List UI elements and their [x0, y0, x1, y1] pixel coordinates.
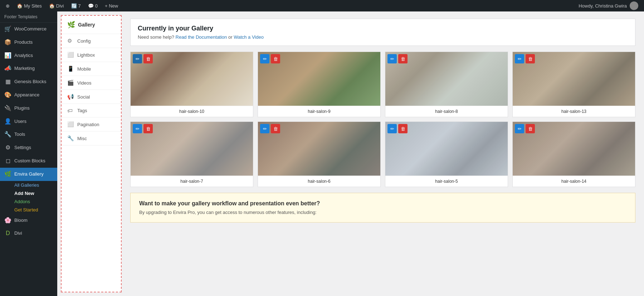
social-icon: 📢 [67, 94, 74, 100]
sidebar-item-tools[interactable]: 🔧 Tools [0, 128, 57, 141]
gallery-item-hair-salon-6: ✏ 🗑 hair-salon-6 [258, 121, 381, 187]
bloom-icon: 🌸 [4, 217, 11, 224]
gallery-sidebar-header: 🌿 Gallery [62, 16, 121, 34]
delete-btn-hair-salon-14[interactable]: 🗑 [526, 124, 535, 133]
sidebar-item-divi[interactable]: D Divi [0, 227, 57, 240]
edit-btn-hair-salon-5[interactable]: ✏ [387, 124, 397, 133]
gallery-nav-misc[interactable]: 🔧 Misc [62, 132, 121, 145]
appearance-icon: 🎨 [4, 91, 11, 99]
delete-btn-hair-salon-6[interactable]: 🗑 [271, 124, 280, 133]
wp-logo[interactable]: ⊕ [3, 0, 13, 11]
edit-btn-hair-salon-10[interactable]: ✏ [133, 54, 142, 63]
sidebar-item-appearance[interactable]: 🎨 Appearance [0, 89, 57, 102]
edit-btn-hair-salon-9[interactable]: ✏ [260, 54, 269, 63]
gallery-image-hair-salon-6: ✏ 🗑 [258, 122, 380, 176]
mobile-icon: 📱 [67, 66, 74, 72]
edit-btn-hair-salon-6[interactable]: ✏ [260, 124, 269, 133]
gallery-item-label-10: hair-salon-10 [131, 106, 253, 117]
delete-btn-hair-salon-10[interactable]: 🗑 [143, 54, 153, 63]
envira-gallery-icon: 🌿 [4, 171, 11, 178]
sidebar-item-genesis-blocks[interactable]: ▦ Genesis Blocks [0, 75, 57, 89]
videos-icon: 🎬 [67, 80, 74, 86]
item-actions-6: ✏ 🗑 [260, 124, 280, 133]
doc-link[interactable]: Read the Documentation [176, 34, 227, 40]
delete-btn-hair-salon-8[interactable]: 🗑 [398, 54, 408, 63]
delete-btn-hair-salon-7[interactable]: 🗑 [143, 124, 153, 133]
divi-btn[interactable]: 🏠 Divi [46, 0, 67, 11]
edit-btn-hair-salon-7[interactable]: ✏ [133, 124, 142, 133]
gallery-item-label-14: hair-salon-14 [513, 176, 635, 187]
custom-blocks-icon: ◻ [4, 157, 11, 165]
howdy-btn[interactable]: Howdy, Christina Gwira [576, 1, 641, 10]
gallery-item-hair-salon-10: ✏ 🗑 hair-salon-10 [130, 52, 253, 117]
gallery-nav-social[interactable]: 📢 Social [62, 90, 121, 104]
plugins-icon: 🔌 [4, 105, 11, 112]
config-icon: ⚙ [67, 38, 74, 44]
gallery-nav-mobile[interactable]: 📱 Mobile [62, 62, 121, 76]
gallery-item-label-5: hair-salon-5 [385, 176, 508, 187]
sidebar-item-woocommerce[interactable]: 🛒 WooCommerce [0, 23, 57, 36]
gallery-sidebar: 🌿 Gallery ⚙ Config ⬜ Lightbox 📱 Mobile 🎬… [61, 15, 122, 292]
genesis-blocks-icon: ▦ [4, 78, 11, 86]
gallery-nav-config[interactable]: ⚙ Config [62, 34, 121, 48]
gallery-nav-videos[interactable]: 🎬 Videos [62, 76, 121, 90]
sidebar-item-custom-blocks[interactable]: ◻ Custom Blocks [0, 154, 57, 168]
edit-btn-hair-salon-13[interactable]: ✏ [515, 54, 524, 63]
sidebar-item-bloom[interactable]: 🌸 Bloom [0, 214, 57, 227]
delete-btn-hair-salon-13[interactable]: 🗑 [526, 54, 535, 63]
sidebar-item-envira-gallery[interactable]: 🌿 Envira Gallery [0, 168, 57, 181]
updates-btn[interactable]: 🔄 7 [68, 0, 84, 11]
gallery-item-label-7: hair-salon-7 [131, 176, 253, 187]
upsell-box: Want to make your gallery workflow and p… [130, 193, 635, 223]
content-header: Currently in your Gallery Need some help… [130, 19, 635, 46]
upsell-title: Want to make your gallery workflow and p… [139, 200, 626, 207]
gallery-item-hair-salon-8: ✏ 🗑 hair-salon-8 [385, 52, 508, 117]
analytics-icon: 📊 [4, 52, 11, 59]
my-sites-btn[interactable]: 🏠 My Sites [14, 0, 45, 11]
pagination-icon: ⬜ [67, 121, 74, 128]
wp-icon: ⊕ [6, 3, 10, 9]
divi-icon: 🏠 [49, 3, 55, 9]
delete-btn-hair-salon-9[interactable]: 🗑 [271, 54, 280, 63]
admin-bar-right: Howdy, Christina Gwira [576, 1, 641, 10]
sidebar-sub-all-galleries[interactable]: All Galleries [0, 181, 57, 189]
gallery-nav-lightbox[interactable]: ⬜ Lightbox [62, 48, 121, 62]
sidebar-sub-get-started[interactable]: Get Started [0, 206, 57, 214]
edit-btn-hair-salon-8[interactable]: ✏ [387, 54, 397, 63]
marketing-icon: 📣 [4, 65, 11, 72]
tools-icon: 🔧 [4, 131, 11, 138]
sidebar-item-analytics[interactable]: 📊 Analytics [0, 49, 57, 62]
comments-btn[interactable]: 💬 0 [85, 0, 101, 11]
gallery-image-hair-salon-13: ✏ 🗑 [513, 52, 635, 106]
products-icon: 📦 [4, 39, 11, 46]
upsell-text: By upgrading to Envira Pro, you can get … [139, 210, 626, 215]
sidebar-item-users[interactable]: 👤 Users [0, 115, 57, 128]
sidebar-header: Footer Templates [0, 11, 57, 23]
gallery-item-hair-salon-13: ✏ 🗑 hair-salon-13 [512, 52, 635, 117]
edit-btn-hair-salon-14[interactable]: ✏ [515, 124, 524, 133]
gallery-item-label-8: hair-salon-8 [385, 106, 508, 117]
sidebar-item-products[interactable]: 📦 Products [0, 36, 57, 49]
users-icon: 👤 [4, 118, 11, 125]
video-link[interactable]: Watch a Video [234, 34, 264, 40]
sidebar-item-settings[interactable]: ⚙ Settings [0, 141, 57, 154]
sidebar-item-plugins[interactable]: 🔌 Plugins [0, 102, 57, 115]
sidebar-sub-add-new[interactable]: Add New [0, 189, 57, 197]
gallery-image-hair-salon-9: ✏ 🗑 [258, 52, 380, 106]
gallery-item-hair-salon-9: ✏ 🗑 hair-salon-9 [258, 52, 381, 117]
sidebar-sub-addons[interactable]: Addons [0, 197, 57, 206]
comments-icon: 💬 [88, 3, 94, 9]
gallery-item-hair-salon-14: ✏ 🗑 hair-salon-14 [512, 121, 635, 187]
avatar [630, 1, 638, 10]
sidebar-item-marketing[interactable]: 📣 Marketing [0, 62, 57, 75]
item-actions-8: ✏ 🗑 [387, 54, 408, 63]
updates-icon: 🔄 [71, 3, 77, 9]
delete-btn-hair-salon-5[interactable]: 🗑 [398, 124, 408, 133]
gallery-header-icon: 🌿 [67, 21, 75, 29]
gallery-nav-tags[interactable]: 🏷 Tags [62, 104, 121, 118]
gallery-item-label-9: hair-salon-9 [258, 106, 380, 117]
wp-sidebar: Footer Templates 🛒 WooCommerce 📦 Product… [0, 11, 57, 296]
new-btn[interactable]: + New [102, 0, 121, 11]
gallery-nav-pagination[interactable]: ⬜ Pagination [62, 118, 121, 132]
gallery-item-label-13: hair-salon-13 [513, 106, 635, 117]
